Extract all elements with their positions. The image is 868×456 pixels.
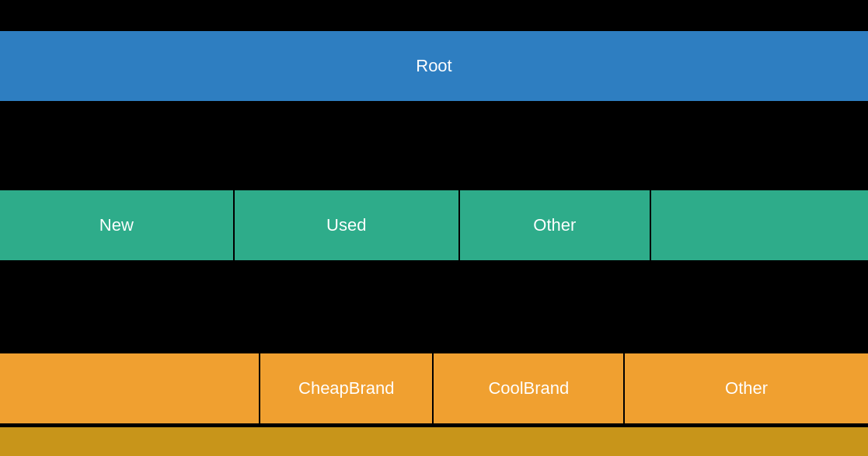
bottom-bar [0, 427, 868, 456]
condition-new: New [0, 190, 235, 260]
dark-gap-top [0, 101, 868, 190]
root-bar: Root [0, 31, 868, 101]
condition-other: Other [460, 190, 651, 260]
brand-other: Other [625, 353, 868, 423]
condition-used-label: Used [326, 215, 366, 235]
brand-bar: CheapBrand CoolBrand Other [0, 353, 868, 423]
condition-used: Used [235, 190, 460, 260]
brand-other-label: Other [725, 378, 768, 399]
condition-extra [651, 190, 868, 260]
brand-cheap-label: CheapBrand [298, 378, 395, 399]
brand-empty [0, 353, 260, 423]
condition-bar: New Used Other [0, 190, 868, 260]
brand-cool-label: CoolBrand [488, 378, 569, 399]
brand-cool: CoolBrand [434, 353, 625, 423]
brand-cheap: CheapBrand [260, 353, 434, 423]
condition-new-label: New [99, 215, 134, 235]
dark-gap-mid [0, 260, 868, 353]
condition-other-label: Other [533, 215, 576, 235]
root-label: Root [416, 56, 451, 76]
